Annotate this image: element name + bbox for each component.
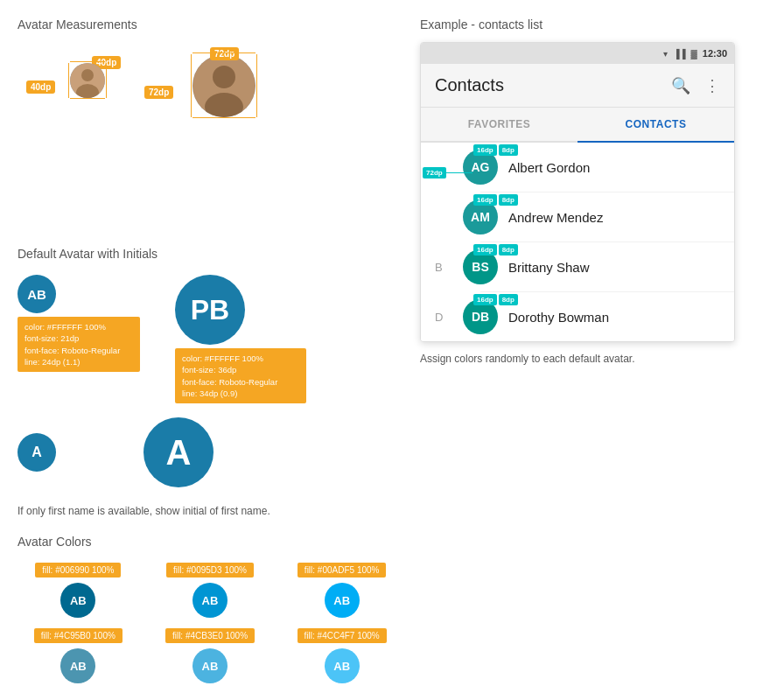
tab-contacts[interactable]: CONTACTS <box>578 108 734 143</box>
color-item: fill: #0095D3 100% AB <box>150 563 271 618</box>
large-tooltip: color: #FFFFFF 100% font-size: 36dp font… <box>175 348 306 403</box>
status-time: 12:30 <box>703 48 727 59</box>
battery-icon: ▓ <box>691 49 697 59</box>
contacts-list-wrapper: 72dp 16dp8dp AG Albert Gordon 16dp8dp AM… <box>421 143 734 341</box>
large-dp-top-label: 72dp <box>210 47 239 60</box>
color-avatar: AB <box>325 583 360 618</box>
more-icon[interactable]: ⋮ <box>704 76 720 95</box>
color-avatar: AB <box>60 583 95 618</box>
contact-row: 16dp8dp B BS Brittany Shaw <box>421 242 734 291</box>
color-label: fill: #4CB3E0 100% <box>165 628 255 643</box>
annotation-8dp: 8dp <box>499 144 518 156</box>
avatar-colors-section: Avatar Colors fill: #006990 100% AB fill… <box>18 535 402 683</box>
default-avatar-title: Default Avatar with Initials <box>18 247 402 261</box>
color-avatar: AB <box>192 648 228 683</box>
search-icon[interactable]: 🔍 <box>671 76 690 95</box>
color-label: fill: #00ADF5 100% <box>298 563 387 578</box>
app-title: Contacts <box>435 75 671 95</box>
large-avatar-group: 72dp 72dp <box>192 54 256 117</box>
large-dp-left-label: 72dp <box>144 86 173 99</box>
single-initial-note: If only first name is available, show in… <box>18 505 402 517</box>
contact-name: Brittany Shaw <box>508 260 590 275</box>
color-item: fill: #4CC4F7 100% AB <box>281 628 402 683</box>
app-bar-icons: 🔍 ⋮ <box>671 76 720 95</box>
color-grid: fill: #006990 100% AB fill: #0095D3 100%… <box>18 563 402 683</box>
measurement-area: 40dp 40dp <box>18 46 402 220</box>
app-bar: Contacts 🔍 ⋮ <box>421 64 734 108</box>
annotation-8dp: 8dp <box>499 194 518 206</box>
annotation-8dp: 8dp <box>499 244 518 256</box>
color-label: fill: #4C95B0 100% <box>34 628 122 643</box>
annotation-16dp: 16dp <box>473 294 497 305</box>
color-avatar: AB <box>60 648 95 683</box>
color-item: fill: #00ADF5 100% AB <box>281 563 402 618</box>
contact-letter: D <box>435 311 452 324</box>
color-item: fill: #4C95B0 100% AB <box>18 628 139 683</box>
color-label: fill: #4CC4F7 100% <box>298 628 387 643</box>
color-avatar: AB <box>192 583 228 618</box>
small-avatar-photo <box>70 63 105 98</box>
large-avatar-photo <box>192 54 256 117</box>
single-initial-row: A A <box>18 417 402 487</box>
contact-row: 16dp8dp AM Andrew Mendez <box>421 192 734 242</box>
contact-name: Dorothy Bowman <box>508 310 609 325</box>
annotation-8dp: 8dp <box>499 294 518 305</box>
contact-row: 16dp8dp D DB Dorothy Bowman <box>421 292 734 341</box>
color-label: fill: #0095D3 100% <box>166 563 254 578</box>
color-label: fill: #006990 100% <box>35 563 121 578</box>
wifi-icon: ▾ <box>663 49 668 59</box>
contact-name: Andrew Mendez <box>508 210 603 225</box>
avatar-row: AB color: #FFFFFF 100% font-size: 21dp f… <box>18 275 402 403</box>
tab-favorites[interactable]: FAVORITES <box>421 108 578 141</box>
color-item: fill: #4CB3E0 100% AB <box>150 628 271 683</box>
svg-point-4 <box>213 66 235 88</box>
tabs-bar: FAVORITES CONTACTS <box>421 108 734 143</box>
small-dp-left-label: 40dp <box>26 80 55 94</box>
status-bar: ▾ ▐▐ ▓ 12:30 <box>421 43 734 64</box>
large-initials-item: PB color: #FFFFFF 100% font-size: 36dp f… <box>175 275 306 403</box>
svg-point-1 <box>81 69 94 81</box>
small-initials-item: AB color: #FFFFFF 100% font-size: 21dp f… <box>18 275 140 372</box>
example-title: Example - contacts list <box>420 18 752 32</box>
contact-name: Albert Gordon <box>508 160 590 175</box>
left-panel: Avatar Measurements 40dp 40dp <box>18 18 402 682</box>
assign-note: Assign colors randomly to each default a… <box>420 353 752 365</box>
small-tooltip: color: #FFFFFF 100% font-size: 21dp font… <box>18 317 140 372</box>
color-item: fill: #006990 100% AB <box>18 563 139 618</box>
right-panel: Example - contacts list ▾ ▐▐ ▓ 12:30 Con… <box>402 18 752 682</box>
avatar-colors-title: Avatar Colors <box>18 535 402 549</box>
annotation-72dp: 72dp <box>423 167 472 178</box>
avatar-measurements-title: Avatar Measurements <box>18 18 402 32</box>
signal-icon: ▐▐ <box>673 49 685 59</box>
annotation-16dp: 16dp <box>473 144 497 156</box>
avatar-measurements-section: Avatar Measurements 40dp 40dp <box>18 18 402 220</box>
small-ab-avatar: AB <box>18 275 56 313</box>
small-avatar-group: 40dp 40dp <box>70 63 105 98</box>
color-avatar: AB <box>325 648 360 683</box>
phone-wrapper: ▾ ▐▐ ▓ 12:30 Contacts 🔍 ⋮ FAVORITES C <box>420 42 752 365</box>
annotation-16dp: 16dp <box>473 194 497 206</box>
annotation-16dp: 16dp <box>473 244 497 256</box>
large-pb-avatar: PB <box>175 275 245 345</box>
phone-mockup: ▾ ▐▐ ▓ 12:30 Contacts 🔍 ⋮ FAVORITES C <box>420 42 735 342</box>
single-large-avatar: A <box>144 417 214 487</box>
contact-letter: B <box>435 261 452 274</box>
default-avatar-section: Default Avatar with Initials AB color: #… <box>18 247 402 517</box>
single-small-avatar: A <box>18 433 56 472</box>
